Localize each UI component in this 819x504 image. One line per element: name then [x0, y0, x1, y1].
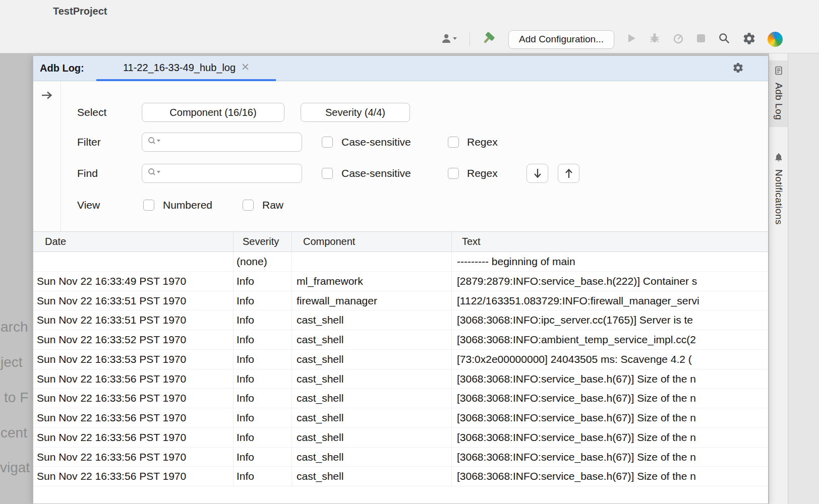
- profiler-button[interactable]: [672, 32, 684, 46]
- find-next-button[interactable]: [526, 164, 548, 183]
- user-icon: [441, 32, 458, 46]
- log-row[interactable]: Sun Nov 22 16:33:51 PST 1970Infocast_she…: [33, 310, 768, 330]
- background-text-fragment: cent: [1, 425, 27, 441]
- build-button[interactable]: [482, 31, 497, 48]
- stop-icon: [696, 33, 706, 45]
- add-configuration-button[interactable]: Add Configuration...: [508, 30, 614, 49]
- log-cell-date: Sun Nov 22 16:33:56 PST 1970: [33, 467, 233, 486]
- log-cell-severity: Info: [233, 369, 292, 389]
- tab-close-icon[interactable]: [242, 63, 249, 73]
- log-cell-severity: Info: [233, 291, 292, 310]
- find-input[interactable]: [162, 164, 302, 182]
- filter-area: Select Component (16/16) Severity (4/4) …: [33, 81, 768, 231]
- right-arrow-icon[interactable]: [33, 90, 61, 100]
- log-cell-severity: Info: [233, 467, 292, 486]
- find-regex-checkbox[interactable]: [448, 168, 459, 179]
- search-dropdown-icon[interactable]: [147, 167, 162, 179]
- gauge-icon: [672, 32, 684, 46]
- screen: TestProject Add Configuration...: [0, 0, 819, 504]
- log-cell-component: cast_shell: [292, 330, 452, 349]
- log-cell-date: Sun Nov 22 16:33:53 PST 1970: [33, 350, 233, 369]
- log-row[interactable]: Sun Nov 22 16:33:56 PST 1970Infocast_she…: [33, 467, 768, 486]
- settings-button[interactable]: [742, 32, 756, 47]
- log-cell-severity: Info: [233, 272, 292, 291]
- filter-case-sensitive-label: Case-sensitive: [341, 133, 411, 152]
- log-cell-date: [33, 252, 233, 271]
- log-cell-text: [3068:3068:INFO:service_base.h(67)] Size…: [452, 369, 768, 389]
- log-cell-date: Sun Nov 22 16:33:52 PST 1970: [33, 330, 233, 349]
- log-row[interactable]: Sun Nov 22 16:33:49 PST 1970Infoml_frame…: [33, 272, 768, 291]
- log-cell-date: Sun Nov 22 16:33:49 PST 1970: [33, 272, 233, 291]
- run-button[interactable]: [626, 33, 637, 46]
- filter-case-sensitive-checkbox[interactable]: [322, 137, 333, 148]
- log-cell-severity: Info: [233, 408, 292, 427]
- column-header-component[interactable]: Component: [292, 232, 452, 251]
- background-text-fragment: ject: [1, 354, 23, 370]
- log-cell-component: cast_shell: [292, 428, 452, 447]
- arrow-up-icon: [564, 168, 573, 179]
- filter-label: Filter: [77, 133, 101, 152]
- log-cell-component: [292, 252, 452, 271]
- find-regex-label: Regex: [467, 164, 498, 183]
- log-cell-date: Sun Nov 22 16:33:56 PST 1970: [33, 389, 233, 408]
- log-row[interactable]: Sun Nov 22 16:33:56 PST 1970Infocast_she…: [33, 448, 768, 467]
- log-row[interactable]: Sun Nov 22 16:33:56 PST 1970Infocast_she…: [33, 428, 768, 448]
- search-everywhere-button[interactable]: [718, 32, 731, 47]
- debug-button[interactable]: [649, 32, 661, 46]
- toolwindow-tab-adb-log[interactable]: Adb Log: [769, 60, 788, 127]
- log-cell-date: Sun Nov 22 16:33:56 PST 1970: [33, 408, 233, 427]
- filter-input[interactable]: [162, 133, 302, 151]
- log-file-tab-label: 11-22_16-33-49_hub_log: [123, 62, 236, 74]
- project-title: TestProject: [53, 6, 107, 17]
- log-row[interactable]: Sun Nov 22 16:33:53 PST 1970Infocast_she…: [33, 350, 768, 369]
- log-cell-component: cast_shell: [292, 467, 452, 486]
- log-table: Date Severity Component Text (none)-----…: [33, 231, 768, 503]
- studio-profile-button[interactable]: [768, 32, 783, 47]
- background-text-fragment: vigat: [0, 460, 30, 476]
- view-numbered-label: Numbered: [163, 196, 212, 215]
- log-cell-component: cast_shell: [292, 310, 452, 330]
- chevron-down-icon: [453, 37, 457, 40]
- log-cell-severity: Info: [233, 389, 292, 408]
- panel-settings-gear-icon[interactable]: [732, 62, 744, 76]
- column-header-text[interactable]: Text: [452, 232, 768, 251]
- background-text-fragment: to F: [4, 390, 28, 406]
- log-row[interactable]: Sun Nov 22 16:33:56 PST 1970Infocast_she…: [33, 389, 768, 408]
- panel-title: Adb Log:: [40, 56, 84, 80]
- log-cell-component: ml_framework: [292, 272, 452, 291]
- log-cell-text: [73:0x2e00000000] 24043505 ms: Scavenge …: [452, 350, 768, 369]
- toolwindow-tab-notifications[interactable]: Notifications: [769, 147, 788, 232]
- bell-icon: [774, 152, 784, 164]
- filter-search-box: [142, 133, 302, 152]
- log-cell-severity: Info: [233, 350, 292, 369]
- log-file-tab[interactable]: 11-22_16-33-49_hub_log: [96, 56, 276, 81]
- log-row[interactable]: Sun Nov 22 16:33:56 PST 1970Infocast_she…: [33, 408, 768, 428]
- log-row[interactable]: Sun Nov 22 16:33:51 PST 1970Infofirewall…: [33, 291, 768, 311]
- severity-filter-button[interactable]: Severity (4/4): [301, 103, 410, 122]
- background-text-fragment: arch: [1, 319, 28, 335]
- filter-regex-checkbox[interactable]: [448, 137, 459, 148]
- log-cell-severity: Info: [233, 428, 292, 447]
- log-row[interactable]: Sun Nov 22 16:33:52 PST 1970Infocast_she…: [33, 330, 768, 350]
- view-raw-label: Raw: [262, 196, 283, 215]
- log-cell-date: Sun Nov 22 16:33:56 PST 1970: [33, 448, 233, 467]
- background-window-strip: arch ject to F cent vigat: [0, 53, 33, 504]
- user-menu-button[interactable]: [441, 32, 458, 46]
- bug-icon: [649, 32, 661, 46]
- view-numbered-checkbox[interactable]: [143, 200, 154, 211]
- column-header-date[interactable]: Date: [33, 232, 233, 251]
- stop-button[interactable]: [696, 33, 706, 45]
- find-search-box: [142, 164, 302, 183]
- find-case-sensitive-checkbox[interactable]: [322, 168, 333, 179]
- window-right-margin: [788, 53, 819, 504]
- column-header-severity[interactable]: Severity: [233, 232, 292, 251]
- find-case-sensitive-label: Case-sensitive: [341, 164, 411, 183]
- find-previous-button[interactable]: [558, 164, 579, 183]
- log-row[interactable]: (none)--------- beginning of main: [33, 252, 768, 272]
- toolbar-divider: [470, 32, 470, 46]
- search-dropdown-icon[interactable]: [147, 136, 162, 148]
- component-filter-button[interactable]: Component (16/16): [142, 103, 284, 122]
- log-row[interactable]: Sun Nov 22 16:33:56 PST 1970Infocast_she…: [33, 369, 768, 389]
- log-cell-text: [3068:3068:INFO:service_base.h(67)] Size…: [452, 448, 768, 467]
- view-raw-checkbox[interactable]: [243, 200, 254, 211]
